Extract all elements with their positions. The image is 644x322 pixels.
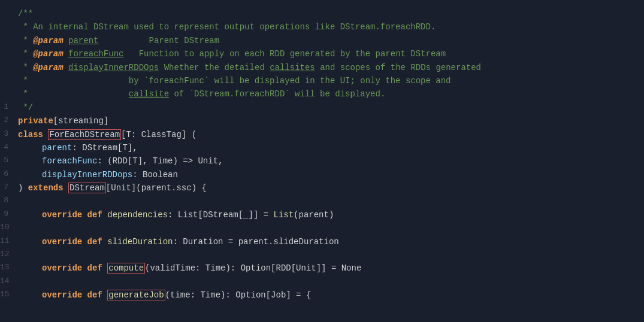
code-line: override def compute(validTime: Time): O… — [18, 262, 644, 275]
line-11: 11 override def slideDuration: Duration … — [0, 235, 644, 248]
line-comment-1: * An internal DStream used to represent … — [0, 20, 644, 34]
line-2: 2 private[streaming] — [0, 114, 644, 127]
code-line: class ForEachDStream[T: ClassTag] ( — [18, 128, 644, 141]
code-line: */ — [18, 101, 644, 114]
line-comment-4: * @param displayInnerRDDOps Whether the … — [0, 61, 644, 74]
code-line: * @param displayInnerRDDOps Whether the … — [18, 61, 644, 74]
line-6: 6 displayInnerRDDops: Boolean — [0, 168, 644, 181]
line-num: 7 — [0, 181, 18, 194]
line-num: 5 — [0, 154, 18, 167]
code-line: parent: DStream[T], — [18, 141, 644, 154]
code-line: private[streaming] — [18, 114, 644, 127]
code-line: displayInnerRDDops: Boolean — [18, 168, 644, 181]
line-num: 9 — [0, 208, 18, 221]
code-line: * callsite of `DStream.foreachRDD` will … — [18, 87, 644, 101]
code-line: foreachFunc: (RDD[T], Time) => Unit, — [18, 154, 644, 168]
line-8: 8 — [0, 195, 644, 208]
line-num: 2 — [0, 114, 18, 127]
line-7: 7 ) extends DStream[Unit](parent.ssc) { — [0, 181, 644, 195]
line-5: 5 foreachFunc: (RDD[T], Time) => Unit, — [0, 154, 644, 168]
code-line — [18, 221, 644, 235]
line-num: 15 — [0, 288, 18, 301]
line-num: 6 — [0, 168, 18, 181]
line-num: 8 — [0, 195, 18, 207]
line-9: 9 override def dependencies: List[DStrea… — [0, 208, 644, 221]
code-line: override def generateJob(time: Time): Op… — [18, 288, 644, 302]
code-line: ) extends DStream[Unit](parent.ssc) { — [18, 181, 644, 195]
line-4: 4 parent: DStream[T], — [0, 141, 644, 154]
line-num: 3 — [0, 128, 18, 141]
code-line: override def dependencies: List[DStream[… — [18, 208, 644, 221]
line-num: 13 — [0, 262, 18, 274]
line-1: 1 */ — [0, 101, 644, 114]
code-line — [18, 275, 644, 288]
code-line: * @param parent Parent DStream — [18, 34, 644, 47]
line-15: 15 override def generateJob(time: Time):… — [0, 288, 644, 302]
line-13: 13 override def compute(validTime: Time)… — [0, 262, 644, 275]
line-num: 12 — [0, 248, 18, 261]
code-line: * An internal DStream used to represent … — [18, 20, 644, 34]
code-line: * by `foreachFunc` will be displayed in … — [18, 74, 644, 87]
line-num: 11 — [0, 235, 18, 248]
line-14: 14 — [0, 275, 644, 288]
line-num: 1 — [0, 101, 18, 114]
code-line: * @param foreachFunc Function to apply o… — [18, 47, 644, 60]
code-line: override def slideDuration: Duration = p… — [18, 235, 644, 248]
line-comment-6: * callsite of `DStream.foreachRDD` will … — [0, 87, 644, 101]
line-comment-open: /** — [0, 7, 644, 20]
code-line — [18, 248, 644, 262]
line-comment-5: * by `foreachFunc` will be displayed in … — [0, 74, 644, 87]
line-12: 12 — [0, 248, 644, 262]
code-line: /** — [18, 7, 644, 20]
line-comment-2: * @param parent Parent DStream — [0, 34, 644, 47]
line-10: 10 — [0, 221, 644, 235]
code-editor: /** * An internal DStream used to repres… — [0, 5, 644, 322]
line-num: 4 — [0, 141, 18, 154]
line-3: 3 class ForEachDStream[T: ClassTag] ( — [0, 128, 644, 141]
line-num: 10 — [0, 221, 18, 234]
line-num: 14 — [0, 275, 18, 288]
line-comment-3: * @param foreachFunc Function to apply o… — [0, 47, 644, 60]
code-line — [18, 195, 644, 208]
